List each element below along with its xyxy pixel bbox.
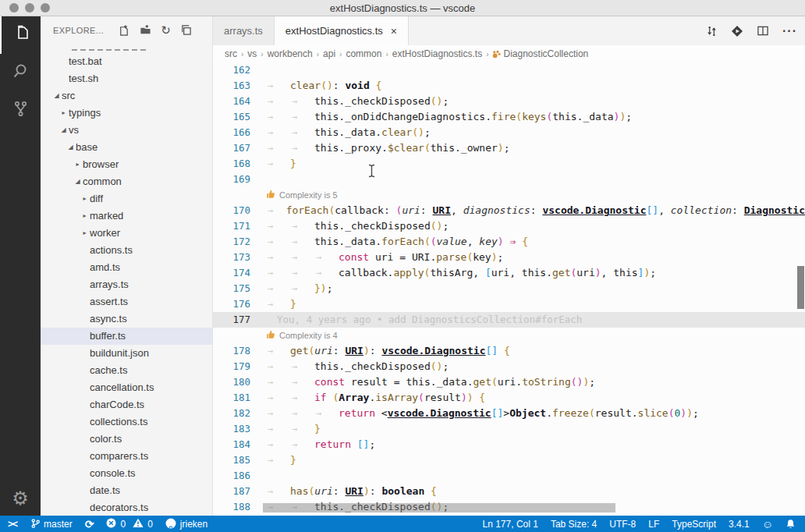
breadcrumb-item[interactable]: workbench (267, 48, 314, 59)
source-control-activity-button[interactable] (0, 91, 41, 129)
notifications-bell-icon[interactable] (779, 516, 805, 532)
language-mode-item[interactable]: TypeScript (665, 516, 722, 532)
tree-item-base[interactable]: ◢base (41, 139, 212, 156)
tree-item-test-bat[interactable]: test.bat (41, 53, 212, 70)
tree-item-browser[interactable]: ▸browser (41, 156, 212, 173)
zoom-window-icon[interactable] (41, 3, 50, 12)
encoding-item[interactable]: UTF-8 (603, 516, 642, 532)
breadcrumb-item[interactable]: common (345, 48, 382, 59)
breadcrumb-symbol[interactable]: DiagnosticCollection (492, 48, 589, 59)
code-line-182[interactable]: 182→→→return <vscode.Diagnostic[]>Object… (213, 406, 805, 421)
clipped-file-item[interactable] (41, 45, 212, 53)
tree-item-collections-ts[interactable]: collections.ts (41, 413, 212, 431)
tree-item-amd-ts[interactable]: amd.ts (41, 259, 212, 276)
tree-item-cache-ts[interactable]: cache.ts (41, 362, 212, 379)
code-line-181[interactable]: 181→→if (Array.isArray(result)) { (213, 390, 805, 406)
line-number[interactable]: 175 (213, 281, 266, 296)
sync-status-item[interactable]: ⟳ (79, 516, 101, 532)
line-number[interactable]: 178 (213, 343, 266, 359)
line-number[interactable]: 183 (213, 421, 266, 437)
tree-item-worker[interactable]: ▸worker (41, 225, 212, 242)
chevron-open-icon[interactable]: ◢ (51, 87, 62, 105)
chevron-open-icon[interactable]: ◢ (73, 173, 83, 190)
code-line-186[interactable]: 186 (213, 468, 805, 484)
tree-item-async-ts[interactable]: async.ts (41, 310, 212, 328)
tab-size-item[interactable]: Tab Size: 4 (544, 516, 603, 532)
chevron-closed-icon[interactable]: ▸ (80, 190, 90, 207)
code-line-166[interactable]: 166→→this._data.clear(); (213, 125, 805, 140)
tree-item-console-ts[interactable]: console.ts (41, 465, 212, 482)
collapse-all-icon[interactable] (180, 24, 192, 36)
tab-arrays-ts[interactable]: arrays.ts (213, 16, 275, 45)
cursor-position-item[interactable]: Ln 177, Col 1 (477, 516, 544, 532)
breadcrumb-item[interactable]: api (322, 48, 336, 59)
tree-item-src[interactable]: ◢src (41, 87, 212, 105)
problems-status-item[interactable]: 0 0 (100, 516, 158, 532)
tree-item-date-ts[interactable]: date.ts (41, 482, 212, 499)
synchronize-changes-icon[interactable] (706, 25, 718, 37)
close-window-icon[interactable] (9, 3, 19, 12)
ts-version-item[interactable]: 3.4.1 (722, 516, 756, 532)
code-line-162[interactable]: 162 (213, 62, 805, 78)
line-number[interactable]: 174 (213, 265, 266, 281)
tree-item-cancellation-ts[interactable]: cancellation.ts (41, 379, 212, 396)
branch-status-item[interactable]: master (25, 516, 79, 532)
line-number[interactable]: 172 (213, 234, 266, 250)
feedback-smiley-icon[interactable]: ☺ (756, 516, 779, 532)
line-number[interactable]: 186 (213, 468, 266, 484)
vertical-scrollbar-thumb[interactable] (797, 266, 804, 309)
tree-item-diff[interactable]: ▸diff (41, 190, 212, 207)
code-line-171[interactable]: 171→→this._checkDisposed(); (213, 218, 805, 234)
code-line-177[interactable]: 177You, 4 years ago • add DiagnosticsCol… (213, 312, 805, 328)
tree-item-color-ts[interactable]: color.ts (41, 431, 212, 448)
line-number[interactable]: 170 (213, 203, 266, 218)
chevron-closed-icon[interactable]: ▸ (73, 156, 83, 173)
code-line-184[interactable]: 184→→return []; (213, 437, 805, 452)
line-number[interactable]: 180 (213, 374, 266, 390)
remote-indicator[interactable]: >< (0, 516, 25, 532)
tree-item-common[interactable]: ◢common (41, 173, 212, 190)
refresh-icon[interactable]: ↻ (161, 24, 171, 36)
chevron-closed-icon[interactable]: ▸ (59, 105, 69, 122)
github-user-item[interactable]: jrieken (159, 516, 214, 532)
code-line-163[interactable]: 163→clear(): void { (213, 78, 805, 94)
line-number[interactable]: 166 (213, 125, 266, 140)
tree-item-decorators-ts[interactable]: decorators.ts (41, 499, 212, 516)
code-line-178[interactable]: 178→get(uri: URI): vscode.Diagnostic[] { (213, 343, 805, 359)
chevron-open-icon[interactable]: ◢ (59, 122, 69, 139)
code-line-176[interactable]: 176→} (213, 296, 805, 312)
line-number[interactable]: 181 (213, 390, 266, 406)
horizontal-scrollbar-thumb[interactable] (263, 503, 615, 512)
code-line-179[interactable]: 179→→this._checkDisposed(); (213, 359, 805, 374)
code-line-173[interactable]: 173→→→const uri = URI.parse(key); (213, 250, 805, 265)
line-number[interactable]: 179 (213, 359, 266, 374)
breadcrumb-item[interactable]: extHostDiagnostics.ts (392, 48, 483, 59)
chevron-closed-icon[interactable]: ▸ (80, 225, 90, 242)
close-tab-icon[interactable]: × (391, 25, 397, 37)
tree-item-comparers-ts[interactable]: comparers.ts (41, 448, 212, 465)
code-line-174[interactable]: 174→→→callback.apply(thisArg, [uri, this… (213, 265, 805, 281)
code-line-164[interactable]: 164→→this._checkDisposed(); (213, 94, 805, 109)
line-number[interactable]: 184 (213, 437, 266, 452)
tree-item-assert-ts[interactable]: assert.ts (41, 293, 212, 310)
line-number[interactable]: 162 (213, 62, 266, 78)
code-line-183[interactable]: 183→→} (213, 421, 805, 437)
more-actions-icon[interactable]: ··· (782, 24, 797, 38)
line-number[interactable]: 173 (213, 250, 266, 265)
tree-item-actions-ts[interactable]: actions.ts (41, 242, 212, 259)
line-number[interactable]: 169 (213, 172, 266, 187)
line-number[interactable]: 187 (213, 484, 266, 499)
tree-item-test-sh[interactable]: test.sh (41, 70, 212, 87)
code-line-172[interactable]: 172→→this._data.forEach((value, key) ⇒ { (213, 234, 805, 250)
tree-item-arrays-ts[interactable]: arrays.ts (41, 276, 212, 293)
settings-gear-icon[interactable]: ⚙ (0, 488, 41, 509)
code-line-165[interactable]: 165→→this._onDidChangeDiagnostics.fire(k… (213, 109, 805, 125)
breadcrumb-item[interactable]: vs (246, 48, 257, 59)
minimize-window-icon[interactable] (25, 3, 34, 12)
tree-item-buildunit-json[interactable]: buildunit.json (41, 345, 212, 362)
search-activity-button[interactable] (0, 54, 41, 91)
tree-item-buffer-ts[interactable]: buffer.ts (41, 328, 212, 345)
code-line-169[interactable]: 169 (213, 172, 805, 187)
line-number[interactable]: 182 (213, 406, 266, 421)
window-controls[interactable] (9, 3, 50, 12)
